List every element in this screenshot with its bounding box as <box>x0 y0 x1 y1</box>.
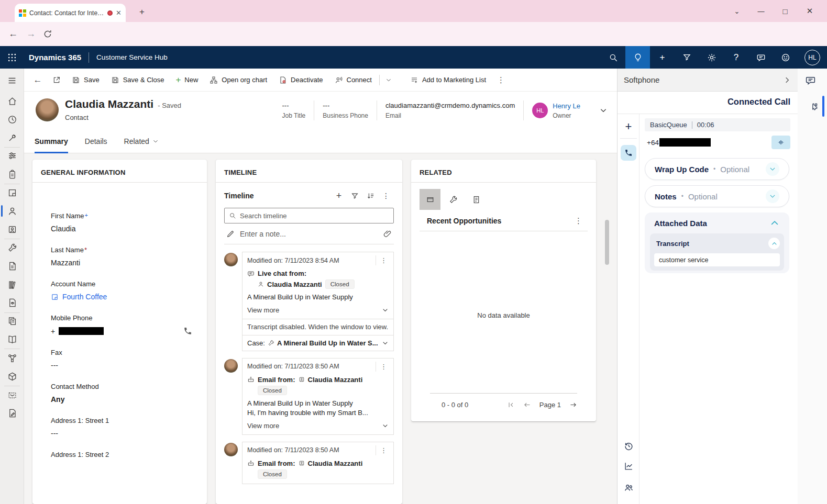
new-button[interactable]: +New <box>170 69 204 92</box>
vertical-scrollbar-thumb[interactable] <box>605 220 609 265</box>
collapse-attached-icon[interactable] <box>769 218 780 228</box>
global-search-icon[interactable] <box>601 46 625 69</box>
add-to-marketing-list-button[interactable]: Add to Marketing List <box>404 69 492 92</box>
popout-icon[interactable] <box>47 71 66 89</box>
case-link[interactable]: A Mineral Build Up in Water S... <box>277 339 378 347</box>
field-first-name[interactable]: First Name+ Claudia <box>51 212 196 233</box>
sidebar-item-drafts[interactable] <box>0 404 24 422</box>
save-button[interactable]: Save <box>66 69 105 92</box>
transcript-value-field[interactable]: customer service <box>654 253 780 266</box>
sidebar-item-social-profiles[interactable] <box>0 220 24 238</box>
window-maximize-button[interactable]: □ <box>777 4 793 18</box>
collapse-panel-icon[interactable] <box>783 76 791 84</box>
sidebar-item-products[interactable] <box>0 367 24 385</box>
expand-wrapup-icon[interactable] <box>766 162 779 176</box>
new-tab-button[interactable]: + <box>135 5 149 19</box>
entry-more-icon[interactable]: ⋮ <box>376 445 391 455</box>
sidebar-item-accounts[interactable] <box>0 184 24 201</box>
contact-method-value[interactable]: Any <box>51 395 196 404</box>
entry-contact[interactable]: Claudia Mazzanti <box>267 281 322 288</box>
entry-case-row[interactable]: Case: A Mineral Build Up in Water S... <box>242 335 393 351</box>
related-more-icon[interactable]: ⋮ <box>569 216 588 226</box>
account-link[interactable]: Fourth Coffee <box>62 293 107 301</box>
app-name[interactable]: Customer Service Hub <box>96 53 168 61</box>
related-tab-entitlements[interactable] <box>466 189 487 210</box>
header-field-business-phone[interactable]: --- Business Phone <box>314 102 377 119</box>
chevron-down-icon[interactable] <box>382 340 389 346</box>
call-phone-icon[interactable] <box>183 327 192 335</box>
owner-name-link[interactable]: Henry Le <box>553 102 580 110</box>
last-name-value[interactable]: Mazzanti <box>51 259 196 267</box>
sidebar-item-contacts[interactable] <box>0 202 24 220</box>
connect-dropdown-icon[interactable] <box>381 71 396 89</box>
sidebar-item-home[interactable] <box>0 92 24 110</box>
connect-button[interactable]: Connect <box>329 69 378 92</box>
field-last-name[interactable]: Last Name* Mazzanti <box>51 246 196 267</box>
entry-more-icon[interactable]: ⋮ <box>376 255 391 265</box>
expand-notes-icon[interactable] <box>766 189 779 203</box>
save-and-close-button[interactable]: Save & Close <box>105 69 170 92</box>
first-page-icon[interactable] <box>507 401 515 409</box>
browser-reload-button[interactable] <box>43 29 52 39</box>
sitemap-toggle-icon[interactable] <box>0 72 24 89</box>
timeline-filter-icon[interactable] <box>347 189 362 203</box>
in-app-suggestions-icon[interactable] <box>625 46 650 69</box>
contacts-icon[interactable] <box>618 479 639 496</box>
plugin-puzzle-icon[interactable] <box>809 102 819 111</box>
waffle-icon[interactable] <box>7 52 17 63</box>
timeline-sort-icon[interactable] <box>362 189 378 203</box>
more-commands-icon[interactable]: ⋮ <box>492 75 510 85</box>
field-address-street2[interactable]: Address 1: Street 2 <box>51 451 196 458</box>
previous-page-icon[interactable] <box>523 401 531 409</box>
header-field-email[interactable]: claudiamazzanti@crmdemo.dynamics.com Ema… <box>377 102 523 119</box>
feedback-chat-icon[interactable] <box>748 46 773 69</box>
timeline-entry[interactable]: Modified on: 7/11/2023 8:50 AM⋮ Email fr… <box>224 442 394 484</box>
entry-contact[interactable]: Claudia Mazzanti <box>308 376 363 384</box>
quick-create-icon[interactable]: + <box>650 46 675 69</box>
street1-value[interactable]: --- <box>51 429 196 438</box>
brand-title[interactable]: Dynamics 365 <box>29 53 81 62</box>
active-call-tab[interactable] <box>618 144 639 161</box>
tab-related[interactable]: Related <box>124 130 159 153</box>
first-name-value[interactable]: Claudia <box>51 225 196 233</box>
header-field-owner[interactable]: HL Henry Le Owner <box>524 102 589 119</box>
wrap-up-code-section[interactable]: Wrap Up Code • Optional <box>645 158 789 180</box>
timeline-entry[interactable]: Modified on: 7/11/2023 8:50 AM⋮ Email fr… <box>224 358 394 435</box>
field-fax[interactable]: Fax --- <box>51 349 196 369</box>
view-more-toggle[interactable]: View more <box>247 306 389 314</box>
browser-back-button[interactable]: ← <box>8 28 18 39</box>
entry-subject[interactable]: A Mineral Build Up in Water Supply <box>247 399 389 407</box>
sidebar-item-recent[interactable] <box>0 110 24 128</box>
sidebar-item-cases[interactable] <box>0 239 24 256</box>
window-close-button[interactable]: ✕ <box>802 4 818 18</box>
tab-summary[interactable]: Summary <box>35 130 68 153</box>
field-mobile-phone[interactable]: Mobile Phone + <box>51 314 196 335</box>
timeline-search-input[interactable] <box>240 212 389 220</box>
next-page-icon[interactable] <box>569 401 577 409</box>
notes-icon[interactable] <box>618 499 639 504</box>
sidebar-item-activities[interactable] <box>0 165 24 183</box>
entry-more-icon[interactable]: ⋮ <box>376 362 391 372</box>
user-avatar[interactable]: HL <box>798 46 827 69</box>
browser-tab[interactable]: Contact: Contact for Interact ✕ <box>15 4 126 22</box>
sidebar-item-article-templates[interactable] <box>0 330 24 348</box>
sidebar-item-queue-items[interactable] <box>0 257 24 275</box>
paperclip-icon[interactable] <box>383 230 392 238</box>
back-icon[interactable]: ← <box>28 71 47 89</box>
timeline-more-icon[interactable]: ⋮ <box>378 189 394 203</box>
help-icon[interactable]: ? <box>724 46 748 69</box>
tab-details[interactable]: Details <box>85 130 107 153</box>
settings-gear-icon[interactable] <box>699 46 724 69</box>
tab-close-icon[interactable]: ✕ <box>116 9 122 17</box>
sidebar-item-knowledge-articles[interactable] <box>0 312 24 330</box>
header-field-job-title[interactable]: --- Job Title <box>274 102 314 119</box>
note-placeholder[interactable]: Enter a note... <box>240 230 378 238</box>
metrics-chart-icon[interactable] <box>618 457 639 474</box>
tab-search-icon[interactable]: ⌄ <box>729 4 745 18</box>
deactivate-button[interactable]: Deactivate <box>273 69 328 92</box>
filter-icon[interactable] <box>675 46 699 69</box>
timeline-add-icon[interactable]: + <box>331 189 347 203</box>
browser-forward-button[interactable]: → <box>26 28 36 39</box>
call-history-icon[interactable] <box>618 438 639 454</box>
sidebar-item-queues[interactable] <box>0 276 24 294</box>
